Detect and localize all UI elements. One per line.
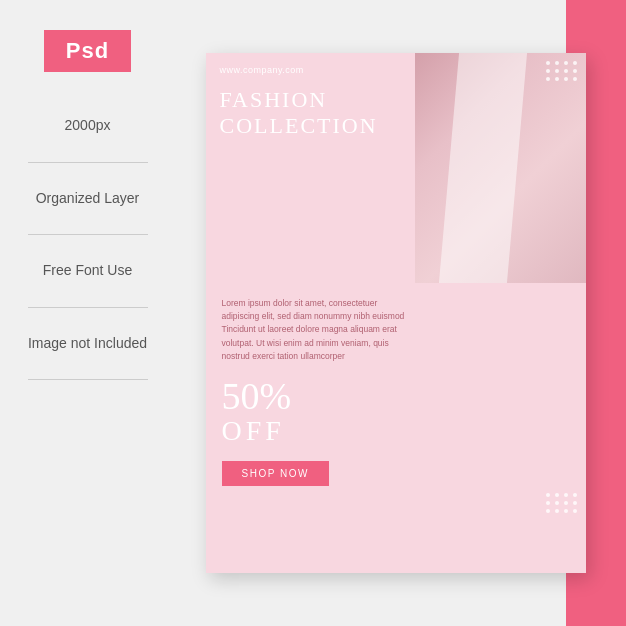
description-text: Lorem ipsum dolor sit amet, consectetuer… — [222, 297, 413, 363]
divider-4 — [28, 379, 148, 380]
title-line2: COLLECTION — [220, 113, 378, 138]
website-url: www.company.com — [220, 65, 401, 75]
collection-title: FASHION COLLECTION — [220, 87, 401, 140]
off-label: OFF — [222, 415, 570, 447]
dot — [546, 77, 550, 81]
dot — [564, 69, 568, 73]
model-image-area — [415, 53, 586, 283]
dot — [555, 493, 559, 497]
dot — [555, 501, 559, 505]
sidebar: Psd 2000px Organized Layer Free Font Use… — [0, 0, 175, 626]
shop-now-button[interactable]: SHOP NOW — [222, 461, 329, 486]
dot — [573, 77, 577, 81]
resolution-label: 2000px — [0, 102, 175, 150]
divider-3 — [28, 307, 148, 308]
dot — [573, 69, 577, 73]
divider-1 — [28, 162, 148, 163]
dots-top-right — [546, 61, 578, 81]
dot — [546, 61, 550, 65]
dot — [573, 509, 577, 513]
dot — [573, 493, 577, 497]
dot — [546, 509, 550, 513]
dot — [564, 501, 568, 505]
dot — [546, 501, 550, 505]
dot — [564, 61, 568, 65]
card-top-left: www.company.com FASHION COLLECTION — [206, 53, 415, 283]
discount-percent: 50% — [222, 377, 570, 415]
dot — [564, 509, 568, 513]
dot — [546, 69, 550, 73]
main-content: www.company.com FASHION COLLECTION — [175, 0, 626, 626]
divider-2 — [28, 234, 148, 235]
title-line1: FASHION — [220, 87, 328, 112]
dot — [555, 69, 559, 73]
card-bottom-section: Lorem ipsum dolor sit amet, consectetuer… — [206, 283, 586, 573]
fashion-card: www.company.com FASHION COLLECTION — [206, 53, 586, 573]
card-top-section: www.company.com FASHION COLLECTION — [206, 53, 586, 283]
dot — [546, 493, 550, 497]
free-font-label: Free Font Use — [0, 247, 175, 295]
dot — [555, 77, 559, 81]
dot — [573, 501, 577, 505]
dot — [555, 509, 559, 513]
dot — [555, 61, 559, 65]
image-not-included-label: Image not Included — [0, 320, 175, 368]
psd-badge: Psd — [44, 30, 131, 72]
dots-bottom-right — [546, 493, 578, 513]
dot — [564, 77, 568, 81]
organized-layer-label: Organized Layer — [0, 175, 175, 223]
dot — [564, 493, 568, 497]
model-figure — [415, 53, 586, 283]
dot — [573, 61, 577, 65]
